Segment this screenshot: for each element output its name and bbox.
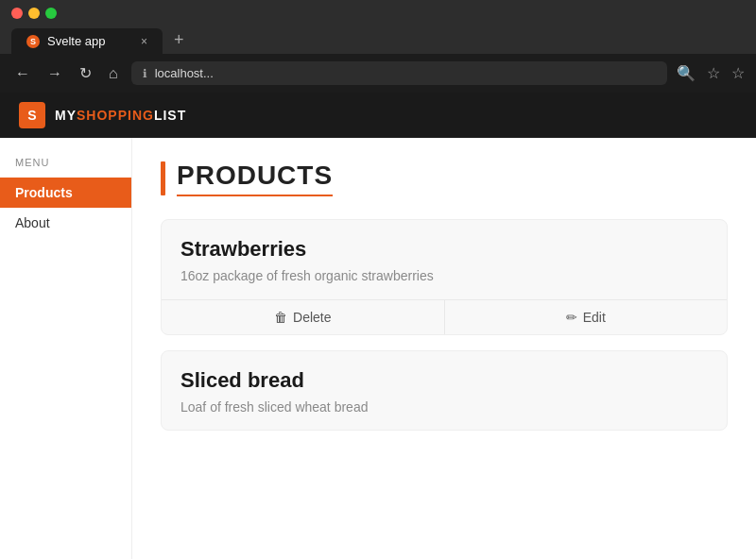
edit-label: Edit: [583, 310, 606, 325]
dot-red[interactable]: [11, 8, 23, 19]
sidebar-item-products[interactable]: Products: [0, 178, 131, 208]
browser-tab-bar: S Svelte app × +: [11, 26, 745, 54]
browser-chrome: S Svelte app × + ← → ↻ ⌂ ℹ localhost... …: [0, 0, 756, 93]
edit-button-strawberries[interactable]: ✏ Edit: [444, 300, 728, 334]
app-header: S MYSHOPPINGLIST: [0, 93, 756, 138]
reload-button[interactable]: ↻: [76, 62, 95, 84]
product-description: 16oz package of fresh organic strawberri…: [180, 267, 708, 286]
sidebar-item-about[interactable]: About: [0, 208, 131, 238]
app-title: MYSHOPPINGLIST: [55, 108, 186, 123]
starred-icon[interactable]: ☆: [731, 64, 745, 82]
browser-toolbar: ← → ↻ ⌂ ℹ localhost... 🔍 ☆ ☆: [0, 54, 756, 93]
home-button[interactable]: ⌂: [105, 63, 122, 84]
search-icon[interactable]: 🔍: [677, 64, 696, 82]
product-name: Strawberries: [180, 237, 708, 262]
main-content: PRODUCTS Strawberries 16oz package of fr…: [132, 138, 756, 559]
browser-tab-active[interactable]: S Svelte app ×: [11, 28, 163, 54]
dot-green[interactable]: [45, 8, 57, 19]
trash-icon: 🗑: [274, 310, 287, 325]
info-icon: ℹ: [143, 67, 147, 80]
browser-dots: [11, 8, 745, 19]
back-button[interactable]: ←: [11, 63, 34, 84]
edit-icon: ✏: [566, 310, 577, 325]
dot-yellow[interactable]: [28, 8, 40, 19]
address-bar[interactable]: ℹ localhost...: [131, 61, 667, 85]
toolbar-icons: 🔍 ☆ ☆: [677, 64, 745, 82]
address-text: localhost...: [155, 66, 656, 80]
product-card-body: Strawberries 16oz package of fresh organ…: [162, 220, 727, 299]
sidebar: MENU Products About: [0, 138, 132, 559]
sidebar-menu-label: MENU: [0, 157, 131, 178]
delete-label: Delete: [293, 310, 331, 325]
delete-button-strawberries[interactable]: 🗑 Delete: [162, 300, 444, 334]
page-title: PRODUCTS: [177, 161, 333, 196]
tab-favicon: S: [26, 35, 40, 48]
bookmark-icon[interactable]: ☆: [707, 64, 720, 82]
product-name-2: Sliced bread: [180, 368, 708, 393]
forward-button[interactable]: →: [43, 63, 66, 84]
product-card-strawberries: Strawberries 16oz package of fresh organ…: [161, 219, 728, 335]
tab-close-button[interactable]: ×: [141, 35, 147, 48]
product-card-sliced-bread: Sliced bread Loaf of fresh sliced wheat …: [161, 350, 728, 432]
app-body: MENU Products About PRODUCTS Strawberrie…: [0, 138, 756, 559]
product-card-actions: 🗑 Delete ✏ Edit: [162, 299, 727, 334]
product-card-body-2: Sliced bread Loaf of fresh sliced wheat …: [162, 351, 727, 431]
product-description-2: Loaf of fresh sliced wheat bread: [180, 398, 708, 417]
page-title-container: PRODUCTS: [161, 161, 728, 196]
app-logo: S: [19, 102, 45, 128]
page-title-bar: [161, 161, 165, 195]
tab-title: Svelte app: [47, 34, 105, 48]
new-tab-button[interactable]: +: [166, 26, 192, 54]
